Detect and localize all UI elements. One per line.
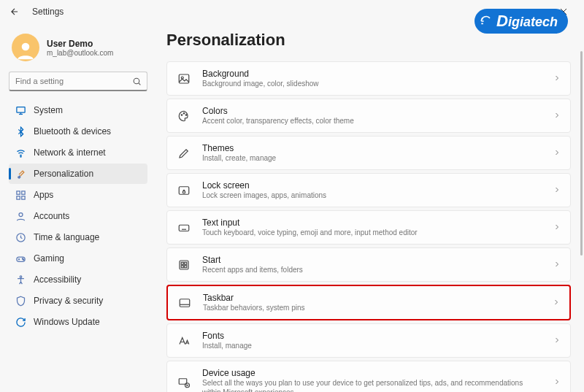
card-title: Device usage [202, 368, 542, 378]
system-icon [15, 104, 26, 116]
image-icon [176, 71, 192, 87]
card-subtitle: Accent color, transparency effects, colo… [202, 116, 542, 126]
accessibility-icon [15, 274, 26, 285]
settings-card-themes[interactable]: Themes Install, create, manage [166, 136, 571, 170]
sidebar-item-privacy-security[interactable]: Privacy & security [9, 291, 147, 311]
sidebar-item-accounts[interactable]: Accounts [9, 206, 147, 226]
window-title: Settings [32, 7, 64, 17]
card-subtitle: Install, create, manage [202, 153, 542, 163]
card-subtitle: Touch keyboard, voice typing, emoji and … [202, 228, 542, 237]
avatar [12, 34, 39, 61]
sidebar-item-label: Personalization [34, 169, 93, 179]
sidebar-item-label: Privacy & security [34, 296, 103, 306]
scrollbar-thumb[interactable] [580, 51, 583, 255]
card-title: Colors [202, 106, 542, 116]
user-email: m_lab@outlook.com [47, 49, 113, 57]
svg-point-25 [181, 114, 182, 115]
update-icon [15, 316, 26, 328]
keyboard-icon [176, 220, 192, 236]
search-icon [132, 76, 142, 89]
settings-card-lock-screen[interactable]: Lock screen Lock screen images, apps, an… [166, 173, 571, 207]
user-name: User Demo [47, 39, 113, 49]
svg-point-4 [22, 43, 30, 51]
card-title: Themes [202, 143, 542, 153]
clock-icon [15, 231, 26, 243]
sidebar: User Demo m_lab@outlook.com SystemBlueto… [0, 23, 153, 392]
settings-card-device-usage[interactable]: Device usage Select all the ways you pla… [166, 361, 571, 392]
card-subtitle: Background image, color, slideshow [202, 79, 542, 88]
svg-rect-14 [21, 196, 24, 199]
card-title: Fonts [202, 331, 542, 341]
sidebar-item-time-language[interactable]: Time & language [9, 227, 147, 247]
settings-card-list: Background Background image, color, slid… [166, 61, 571, 392]
chevron-right-icon [553, 334, 561, 347]
svg-point-15 [19, 212, 23, 216]
card-title: Background [202, 69, 542, 79]
settings-card-colors[interactable]: Colors Accent color, transparency effect… [166, 99, 571, 133]
svg-rect-36 [181, 262, 183, 264]
logo-swirl-icon [479, 14, 493, 28]
svg-rect-29 [183, 191, 185, 193]
watermark-prefix: D [496, 12, 508, 30]
fonts-icon [176, 333, 192, 349]
svg-line-6 [139, 83, 140, 85]
svg-rect-30 [179, 225, 189, 231]
apps-icon [15, 189, 26, 201]
sidebar-item-windows-update[interactable]: Windows Update [9, 312, 147, 332]
card-subtitle: Taskbar behaviors, system pins [203, 303, 542, 312]
chevron-right-icon [552, 296, 561, 310]
person-icon [15, 210, 26, 222]
back-button[interactable] [6, 3, 23, 20]
sidebar-item-network-internet[interactable]: Network & internet [9, 142, 147, 163]
svg-point-5 [134, 78, 139, 84]
sidebar-item-apps[interactable]: Apps [9, 185, 147, 205]
settings-card-background[interactable]: Background Background image, color, slid… [166, 61, 571, 96]
sidebar-nav: SystemBluetooth & devicesNetwork & inter… [9, 100, 147, 332]
settings-card-text-input[interactable]: Text input Touch keyboard, voice typing,… [166, 210, 571, 245]
palette-icon [176, 108, 192, 124]
card-title: Lock screen [202, 180, 542, 191]
svg-point-26 [183, 112, 185, 114]
svg-rect-40 [180, 299, 190, 307]
sidebar-item-label: Network & internet [34, 147, 106, 158]
chevron-right-icon [553, 376, 561, 389]
brush-icon [15, 168, 26, 180]
sidebar-item-gaming[interactable]: Gaming [9, 248, 147, 269]
settings-card-start[interactable]: Start Recent apps and items, folders [166, 247, 571, 282]
main-panel: Personalization Background Background im… [153, 23, 584, 392]
settings-card-taskbar[interactable]: Taskbar Taskbar behaviors, system pins [166, 285, 571, 320]
settings-card-fonts[interactable]: Fonts Install, manage [166, 323, 571, 358]
sidebar-item-label: Time & language [34, 232, 99, 242]
card-subtitle: Install, manage [202, 341, 542, 350]
chevron-right-icon [553, 258, 561, 272]
svg-rect-39 [185, 265, 187, 267]
svg-point-10 [20, 155, 20, 156]
shield-icon [15, 295, 26, 307]
watermark-text: igiatech [508, 15, 558, 29]
svg-point-27 [185, 114, 187, 115]
card-title: Start [202, 255, 542, 265]
sidebar-item-system[interactable]: System [9, 100, 147, 120]
chevron-right-icon [553, 184, 561, 197]
chevron-right-icon [553, 72, 561, 85]
svg-rect-37 [185, 262, 187, 264]
svg-point-21 [23, 259, 23, 260]
card-subtitle: Select all the ways you plan to use your… [202, 378, 542, 392]
svg-point-22 [20, 275, 22, 277]
chevron-right-icon [553, 221, 561, 234]
sidebar-item-bluetooth-devices[interactable]: Bluetooth & devices [9, 121, 147, 142]
card-subtitle: Recent apps and items, folders [202, 265, 542, 274]
sidebar-item-label: Accessibility [34, 274, 81, 285]
bluetooth-icon [15, 126, 26, 137]
svg-rect-13 [16, 196, 19, 199]
wifi-icon [15, 147, 26, 158]
lock-icon [176, 182, 192, 199]
user-block[interactable]: User Demo m_lab@outlook.com [9, 29, 147, 72]
chevron-right-icon [553, 147, 561, 160]
search-input[interactable] [9, 72, 147, 91]
device-icon [176, 374, 192, 391]
svg-rect-23 [179, 74, 189, 83]
sidebar-item-accessibility[interactable]: Accessibility [9, 269, 147, 290]
sidebar-item-personalization[interactable]: Personalization [9, 164, 147, 184]
gaming-icon [15, 253, 26, 264]
